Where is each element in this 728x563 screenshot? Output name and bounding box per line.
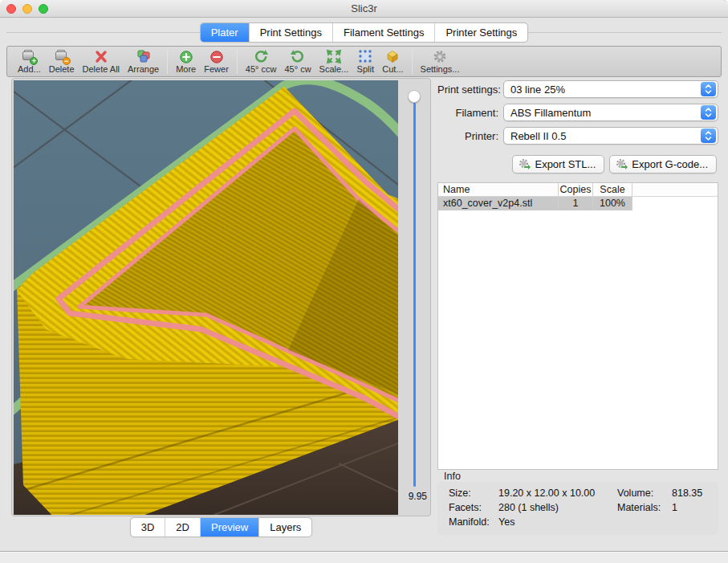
view-mode-tabs: 3D 2D Preview Layers <box>11 517 431 537</box>
view-tab-preview[interactable]: Preview <box>201 518 259 536</box>
table-row[interactable]: xt60_cover_v2p4.stl 1 100% <box>438 197 718 210</box>
delete-all-icon <box>93 49 109 64</box>
settings-icon <box>432 49 448 64</box>
rotate-cw-icon <box>290 49 306 64</box>
chevron-up-down-icon <box>701 82 716 96</box>
object-name-cell: xt60_cover_v2p4.stl <box>438 197 559 210</box>
status-bar <box>0 552 728 563</box>
arrange-button[interactable]: Arrange <box>124 47 163 76</box>
slic3r-window: Slic3r Plater Print Settings Filament Se… <box>0 0 728 563</box>
cut-button[interactable]: Cut... <box>378 47 407 76</box>
size-label: Size: <box>449 488 498 502</box>
volume-label: Volume: <box>617 488 672 502</box>
rotate-ccw-button[interactable]: 45° ccw <box>242 47 281 76</box>
more-button[interactable]: More <box>172 47 200 76</box>
facets-label: Facets: <box>449 502 498 516</box>
view-tab-3d[interactable]: 3D <box>131 518 166 536</box>
printer-label: Printer: <box>437 130 503 142</box>
toolbar-separator <box>412 50 413 74</box>
tab-printer-settings[interactable]: Printer Settings <box>435 23 527 42</box>
export-stl-icon <box>519 158 531 170</box>
scale-button[interactable]: Scale... <box>315 47 353 76</box>
arrange-icon <box>136 49 152 64</box>
filament-label: Filament: <box>437 107 503 119</box>
delete-all-button[interactable]: Delete All <box>79 47 124 76</box>
window-title: Slic3r <box>0 2 728 14</box>
fewer-icon <box>209 49 224 64</box>
add-icon: + <box>21 49 37 64</box>
manifold-value: Yes <box>498 516 617 531</box>
rotate-ccw-icon <box>253 49 269 64</box>
printer-select[interactable]: Rebell II 0.5 <box>503 127 718 145</box>
fewer-button[interactable]: Fewer <box>200 47 233 76</box>
print-settings-label: Print settings: <box>437 84 503 96</box>
manifold-label: Manifold: <box>449 516 498 531</box>
toolbar-separator <box>167 50 168 74</box>
delete-button[interactable]: − Delete <box>45 47 79 76</box>
rotate-cw-button[interactable]: 45° cw <box>280 47 315 76</box>
table-header-row: Name Copies Scale <box>438 183 718 197</box>
gcode-preview-canvas <box>14 80 398 515</box>
split-icon <box>357 49 373 64</box>
print-settings-select[interactable]: 03 line 25% <box>503 80 718 98</box>
facets-value: 280 (1 shells) <box>498 502 617 516</box>
settings-panel: Print settings: 03 line 25% Filament: AB… <box>437 80 718 538</box>
size-value: 19.20 x 12.00 x 10.00 <box>498 488 617 502</box>
toolbar-separator <box>237 50 238 74</box>
layer-slider-track[interactable] <box>413 103 416 487</box>
column-header-copies[interactable]: Copies <box>559 183 593 196</box>
view-tab-layers[interactable]: Layers <box>259 518 311 536</box>
info-panel: Size: 19.20 x 12.00 x 10.00 Volume: 818.… <box>437 482 718 535</box>
title-bar[interactable]: Slic3r <box>0 0 728 18</box>
tab-plater[interactable]: Plater <box>201 23 250 42</box>
delete-icon: − <box>54 49 70 64</box>
settings-button[interactable]: Settings... <box>417 47 464 76</box>
split-button[interactable]: Split <box>352 47 378 76</box>
plater-toolbar: + Add... − Delete Delete All <box>6 46 722 77</box>
chevron-up-down-icon <box>701 129 716 143</box>
filament-select[interactable]: ABS Fillamentum <box>503 104 718 121</box>
objects-table: Name Copies Scale xt60_cover_v2p4.stl 1 … <box>437 182 718 470</box>
layer-height-value: 9.95 <box>398 491 427 502</box>
chevron-up-down-icon <box>701 105 716 120</box>
tab-print-settings[interactable]: Print Settings <box>250 23 333 42</box>
column-header-scale[interactable]: Scale <box>593 183 632 196</box>
object-copies-cell: 1 <box>559 197 593 210</box>
column-header-name[interactable]: Name <box>438 183 559 196</box>
materials-label: Materials: <box>617 502 672 516</box>
scale-icon <box>326 49 342 64</box>
layer-slider-column: 9.95 <box>398 79 430 516</box>
materials-value: 1 <box>672 502 718 516</box>
object-scale-cell: 100% <box>593 197 632 210</box>
viewport-3d[interactable] <box>14 80 398 515</box>
preview-panel: 9.95 <box>11 78 431 516</box>
view-tab-2d[interactable]: 2D <box>165 518 201 536</box>
export-gcode-icon <box>616 158 628 170</box>
add-button[interactable]: + Add... <box>14 47 45 76</box>
more-icon <box>179 49 193 64</box>
info-section-title: Info <box>444 471 461 482</box>
cut-icon <box>384 49 401 64</box>
volume-value: 818.35 <box>672 488 718 502</box>
layer-slider-handle[interactable] <box>408 90 421 103</box>
main-tab-bar: Plater Print Settings Filament Settings … <box>0 22 728 43</box>
tab-filament-settings[interactable]: Filament Settings <box>333 23 435 42</box>
export-stl-button[interactable]: Export STL... <box>512 155 604 173</box>
export-gcode-button[interactable]: Export G-code... <box>609 155 717 173</box>
